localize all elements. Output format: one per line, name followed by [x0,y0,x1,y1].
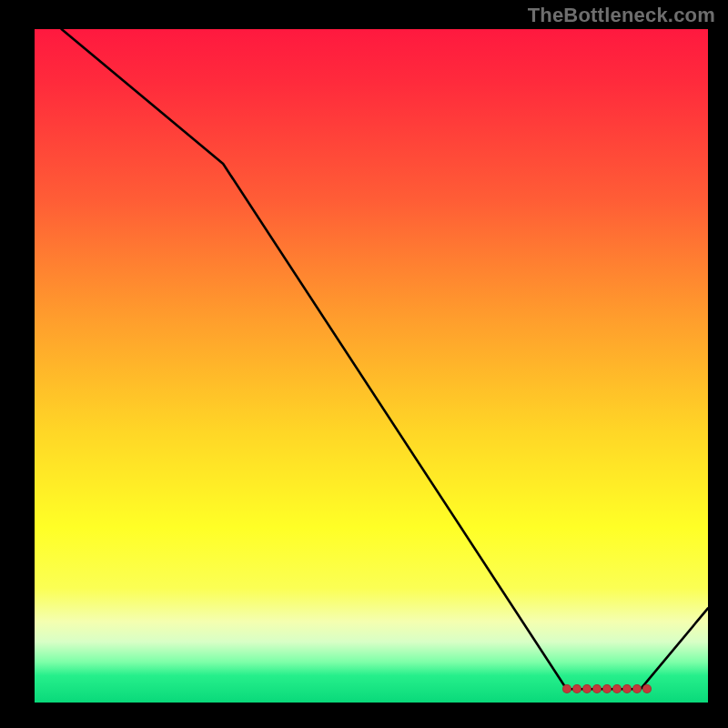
marker-layer [35,29,708,703]
watermark-text: TheBottleneck.com [528,4,715,27]
plot-area [35,29,708,703]
data-marker [592,684,602,693]
data-marker [572,684,581,693]
data-marker [582,684,592,693]
data-marker [602,684,612,693]
data-marker [642,684,652,693]
data-marker [632,684,642,693]
chart-container: TheBottleneck.com [0,0,728,728]
data-marker [612,684,622,693]
data-marker [562,684,571,693]
data-marker [622,684,632,693]
